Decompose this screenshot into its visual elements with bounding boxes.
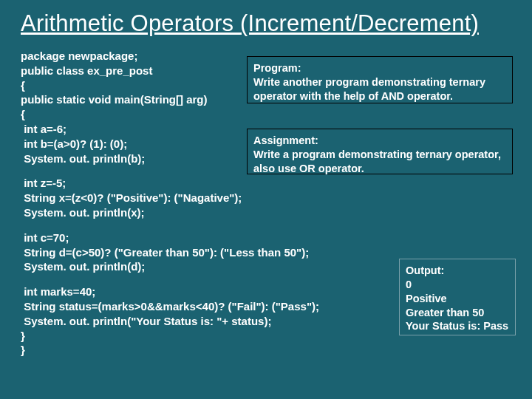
assignment-heading: Assignment: [253, 134, 506, 148]
program-box: Program: Write another program demonstra… [247, 56, 513, 103]
output-box: Output: 0 Positive Greater than 50 Your … [399, 259, 516, 335]
assignment-box: Assignment: Write a program demonstratin… [247, 129, 513, 174]
code-block-4: int marks=40; String status=(marks>0&&ma… [21, 284, 398, 358]
program-body: Write another program demonstrating tern… [253, 75, 506, 103]
slide-title: Arithmetic Operators (Increment/Decremen… [21, 10, 479, 37]
output-line-1: 0 [406, 278, 509, 292]
assignment-body: Write a program demonstrating ternary op… [253, 148, 506, 176]
program-heading: Program: [253, 61, 506, 75]
output-line-3: Greater than 50 [406, 306, 509, 320]
output-heading: Output: [406, 264, 509, 278]
output-line-2: Positive [406, 292, 509, 306]
output-line-4: Your Status is: Pass [406, 319, 509, 333]
code-block-3: int c=70; String d=(c>50)? ("Greater tha… [21, 231, 398, 274]
code-block-2: int z=-5; String x=(z<0)? ("Positive"): … [21, 176, 398, 219]
